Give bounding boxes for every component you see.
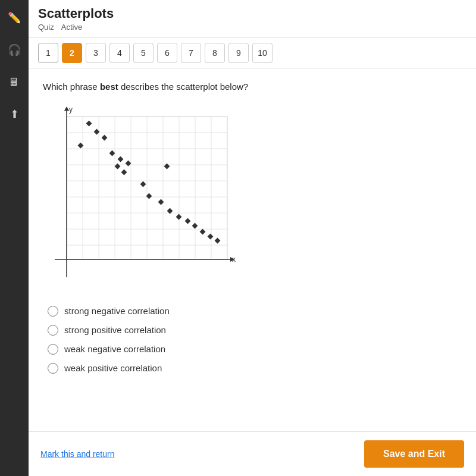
tab-q2[interactable]: 2 [62,43,82,63]
svg-marker-21 [64,107,69,111]
status-badge: Active [61,23,82,32]
option-4-label: weak positive correlation [64,363,162,373]
question-tabs: 1 2 3 4 5 6 7 8 9 10 [29,38,476,68]
option-1[interactable]: strong negative correlation [48,306,462,317]
content-area: Which phrase best describes the scatterp… [29,68,476,431]
tab-q3[interactable]: 3 [86,43,106,63]
tab-q5[interactable]: 5 [133,43,154,63]
option-1-label: strong negative correlation [64,306,170,316]
option-2[interactable]: strong positive correlation [48,325,462,336]
tab-q10[interactable]: 10 [252,43,273,63]
scatterplot-chart: x y [43,105,239,289]
question-text-before: Which phrase [43,82,100,92]
main-content: Scatterplots Quiz Active 1 2 3 4 5 6 7 8… [29,0,476,476]
question-text-after: describes the scatterplot below? [118,82,248,92]
header: Scatterplots Quiz Active [29,0,476,38]
save-exit-button[interactable]: Save and Exit [364,440,464,468]
sidebar: ✏️ 🎧 🖩 ⬆ [0,0,29,476]
radio-3[interactable] [48,344,58,355]
quiz-label: Quiz [38,23,54,32]
tab-q1[interactable]: 1 [38,43,58,63]
radio-2[interactable] [48,325,58,336]
footer: Mark this and return Save and Exit [29,431,476,476]
tab-q7[interactable]: 7 [181,43,201,63]
answer-options: strong negative correlation strong posit… [48,306,462,374]
y-axis-label: y [69,105,73,114]
upload-icon[interactable]: ⬆ [4,104,25,125]
radio-1[interactable] [48,306,58,317]
option-2-label: strong positive correlation [64,325,166,335]
radio-4[interactable] [48,363,58,374]
tab-q8[interactable]: 8 [205,43,225,63]
question-bold-word: best [100,82,118,92]
option-3-label: weak negative correlation [64,344,165,354]
x-axis-label: x [232,255,236,264]
calculator-icon[interactable]: 🖩 [4,71,25,93]
chart-container: x y [43,105,462,292]
pencil-icon[interactable]: ✏️ [4,7,25,29]
option-4[interactable]: weak positive correlation [48,363,462,374]
headphone-icon[interactable]: 🎧 [4,39,25,61]
tab-q4[interactable]: 4 [109,43,130,63]
header-meta: Quiz Active [38,23,466,32]
question-text: Which phrase best describes the scatterp… [43,80,462,94]
tab-q6[interactable]: 6 [157,43,177,63]
tab-q9[interactable]: 9 [228,43,249,63]
option-3[interactable]: weak negative correlation [48,344,462,355]
mark-return-button[interactable]: Mark this and return [40,449,115,459]
page-title: Scatterplots [38,6,466,21]
